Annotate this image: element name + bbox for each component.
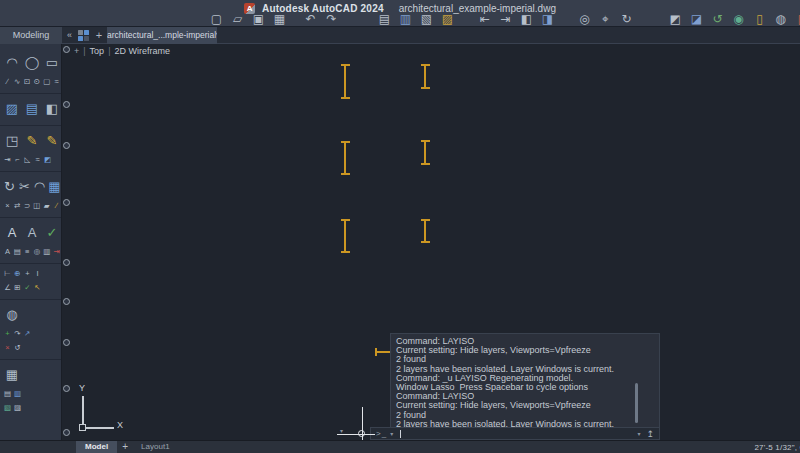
isolate-objects-tool-icon[interactable]: ◩ (43, 155, 52, 165)
file-tab-architectural[interactable]: architectural_...mple-imperial* (107, 27, 217, 44)
compare-drawings-icon[interactable]: ◪ (690, 12, 703, 26)
palette-section-toggle[interactable] (63, 339, 70, 346)
palette-header-modeling[interactable]: Modeling (0, 27, 62, 44)
gradient-tool-icon[interactable]: ▤ (23, 100, 41, 118)
redo-icon[interactable]: ↷ (325, 12, 338, 26)
file-tabs-overview-icon[interactable] (78, 30, 89, 41)
palette-section-toggle[interactable] (63, 429, 70, 436)
export-icon[interactable]: ⇥ (499, 12, 512, 26)
palette-section-toggle[interactable] (63, 385, 70, 392)
coordinates-readout[interactable]: 27'-5 1/32", 6' (754, 443, 800, 452)
layout1-tab[interactable]: Layout1 (133, 441, 177, 453)
palette-section-toggle[interactable] (63, 46, 70, 53)
palette-collapse-button[interactable]: « (64, 27, 75, 44)
stretch-tool-icon[interactable]: ⇥ (3, 155, 12, 165)
palette-section-toggle[interactable] (63, 199, 70, 206)
edit-polyline-tool-icon[interactable]: ✎ (23, 132, 41, 150)
trim-tool-icon[interactable]: ✂ (18, 178, 31, 196)
save-as-icon[interactable]: ▦ (273, 12, 286, 26)
inspect-tool-icon[interactable]: ◍ (3, 306, 21, 324)
zoom-window-icon[interactable]: ◎ (578, 12, 591, 26)
update-table-tool-icon[interactable]: ▨ (13, 403, 22, 413)
open-folder-icon[interactable]: ▱ (231, 12, 244, 26)
palette-section-toggle[interactable] (63, 101, 70, 108)
plot-icon[interactable]: ▥ (399, 12, 412, 26)
print-icon[interactable]: ▤ (378, 12, 391, 26)
command-input[interactable] (401, 428, 637, 439)
rotate-tool-icon[interactable]: ↻ (3, 178, 16, 196)
wall-segment[interactable] (421, 219, 430, 243)
offset-tool-icon[interactable]: ⊃ (23, 201, 32, 211)
erase-tool-icon[interactable]: × (3, 201, 12, 211)
diameter-dimension-tool-icon[interactable]: ⊕ (13, 269, 22, 279)
add-layout-button[interactable]: + (117, 441, 133, 453)
edit-hatch-tool-icon[interactable]: ✎ (43, 132, 61, 150)
new-drawing-tab-button[interactable]: + (93, 27, 105, 44)
measure-icon[interactable]: ◉ (732, 12, 745, 26)
tolerance-tool-icon[interactable]: ✓ (23, 283, 32, 293)
model-tab[interactable]: Model (76, 441, 117, 453)
text-align-tool-icon[interactable]: ≡ (23, 247, 32, 257)
single-text-tool-icon[interactable]: A (3, 247, 12, 257)
undo-icon[interactable]: ↶ (304, 12, 317, 26)
sync-icon[interactable]: ↺ (711, 12, 724, 26)
polyline-tool-icon[interactable]: ∿ (13, 77, 22, 87)
wall-segment[interactable] (341, 219, 350, 253)
add-constraint-tool-icon[interactable]: + (3, 329, 12, 339)
save-icon[interactable]: ▣ (252, 12, 265, 26)
blend-tool-icon[interactable]: ≈ (33, 155, 42, 165)
continue-dimension-tool-icon[interactable]: + (23, 269, 32, 279)
viewport-controls-menu[interactable]: + (74, 46, 79, 56)
spell-check-tool-icon[interactable]: ✓ (43, 224, 61, 242)
purge-tool-icon[interactable]: ∕ (52, 201, 61, 211)
data-link-tool-icon[interactable]: ▧ (3, 403, 12, 413)
table-tool-icon[interactable]: ▦ (3, 366, 21, 384)
text-edit-tool-icon[interactable]: A (23, 224, 41, 242)
orbit-icon[interactable]: ↻ (620, 12, 633, 26)
chamfer-tool-icon[interactable]: ◺ (23, 155, 32, 165)
wall-segment[interactable] (341, 141, 350, 175)
array-tool-icon[interactable]: ▦ (48, 178, 61, 196)
arc-fillet-tool-icon[interactable]: ◠ (33, 178, 46, 196)
ellipse-tool-icon[interactable]: ⊙ (32, 77, 41, 87)
palette-section-toggle[interactable] (63, 298, 70, 305)
export-pdf-text-tool-icon[interactable]: ⇥ (52, 247, 61, 257)
point-tool-icon[interactable]: ⊡ (23, 77, 32, 87)
angular-dimension-tool-icon[interactable]: ∠ (3, 283, 12, 293)
export-table-tool-icon[interactable]: ▥ (13, 389, 22, 399)
delete-constraint-tool-icon[interactable]: × (3, 343, 12, 353)
rectangle-tool-icon[interactable]: ▭ (43, 54, 61, 72)
boundary-tool-icon[interactable]: ◧ (43, 100, 61, 118)
etransmit-icon[interactable]: ◩ (669, 12, 682, 26)
leader-tool-icon[interactable]: ↖ (33, 283, 42, 293)
text-style-tool-icon[interactable]: ▤ (13, 247, 22, 257)
publish-icon[interactable]: ▨ (441, 12, 454, 26)
new-file-icon[interactable]: ▢ (210, 12, 223, 26)
command-options-caret-icon[interactable]: ▾ (637, 430, 646, 437)
fillet-tool-icon[interactable]: ⌐ (13, 155, 22, 165)
hatch-tool-icon[interactable]: ▨ (3, 100, 21, 118)
options-icon[interactable]: ◍ (774, 12, 787, 26)
auto-constrain-tool-icon[interactable]: ↷ (13, 329, 22, 339)
spline-tool-icon[interactable]: ≈ (52, 77, 61, 87)
palette-section-toggle[interactable] (63, 259, 70, 266)
mirror-tool-icon[interactable]: ◫ (32, 201, 41, 211)
circle-tool-icon[interactable]: ◯ (23, 54, 41, 72)
line-tool-icon[interactable]: ∕ (3, 77, 12, 87)
render-icon[interactable]: ▯ (753, 12, 766, 26)
command-customize-icon[interactable]: ↥ (646, 428, 659, 440)
hide-constraints-tool-icon[interactable]: ↺ (13, 343, 22, 353)
show-constraints-tool-icon[interactable]: ↗ (23, 329, 32, 339)
polygon-tool-icon[interactable]: ▢ (42, 77, 51, 87)
move-tool-icon[interactable]: ⇄ (13, 201, 22, 211)
pan-icon[interactable]: ⌖ (599, 12, 612, 26)
match-properties-tool-icon[interactable]: ▰ (42, 201, 51, 211)
wall-segment[interactable] (421, 140, 430, 165)
baseline-dimension-tool-icon[interactable]: I (33, 269, 42, 279)
table-style-tool-icon[interactable]: ▤ (3, 389, 12, 399)
page-setup-icon[interactable]: ▧ (420, 12, 433, 26)
arc-tool-icon[interactable]: ◠ (3, 54, 21, 72)
recent-commands-caret-icon[interactable]: ▾ (387, 430, 393, 437)
wall-segment[interactable] (421, 64, 430, 89)
attach-reference-icon[interactable]: ◧ (520, 12, 533, 26)
